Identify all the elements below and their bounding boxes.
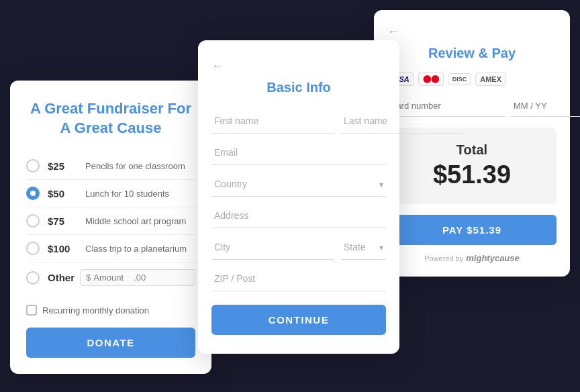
- state-select-wrap: State ▾: [341, 235, 386, 260]
- amex-icon: AMEX: [475, 72, 506, 86]
- powered-by-text: Powered by: [424, 254, 463, 262]
- option-100[interactable]: $100 Class trip to a planetarium: [26, 235, 195, 262]
- address-input[interactable]: [211, 203, 386, 228]
- first-name-input[interactable]: [211, 109, 334, 134]
- recurring-checkbox[interactable]: [26, 305, 37, 315]
- expiry-input[interactable]: [511, 95, 580, 117]
- desc-100: Class trip to a planetarium: [85, 244, 187, 254]
- basic-info-card: ← Basic Info Country ▾ State ▾ CONTINUE: [198, 40, 399, 354]
- back-arrow-basic[interactable]: ←: [211, 59, 386, 73]
- country-row: Country ▾: [211, 172, 386, 197]
- name-row: [211, 109, 386, 134]
- option-25[interactable]: $25 Pencils for one classroom: [26, 152, 195, 180]
- amount-75: $75: [48, 215, 80, 227]
- review-pay-card: ← Review & Pay VISA ⬤⬤ DISC AMEX Total $…: [374, 10, 570, 277]
- total-section: Total $51.39: [387, 128, 557, 204]
- option-75[interactable]: $75 Middle school art program: [26, 207, 195, 235]
- radio-75[interactable]: [26, 214, 40, 228]
- amount-50: $50: [48, 188, 80, 199]
- city-state-row: State ▾: [211, 235, 386, 260]
- state-select[interactable]: State: [341, 235, 386, 260]
- amount-100: $100: [48, 243, 80, 254]
- desc-25: Pencils for one classroom: [85, 161, 185, 171]
- recurring-label: Recurring monthly donation: [42, 305, 149, 315]
- country-select-wrap: Country ▾: [211, 172, 386, 197]
- radio-50[interactable]: [26, 187, 40, 200]
- back-arrow-review[interactable]: ←: [387, 25, 557, 39]
- email-input[interactable]: [211, 140, 386, 165]
- donate-button[interactable]: DONATE: [26, 328, 195, 358]
- fundraiser-card: A Great Fundraiser For A Great Cause $25…: [10, 81, 211, 374]
- amount-input[interactable]: [93, 273, 134, 283]
- option-other[interactable]: Other $ .00: [26, 262, 195, 293]
- continue-button[interactable]: CONTINUE: [211, 305, 386, 335]
- radio-25[interactable]: [26, 159, 40, 173]
- desc-75: Middle school art program: [85, 216, 186, 226]
- last-name-input[interactable]: [341, 109, 464, 134]
- radio-100[interactable]: [26, 242, 40, 255]
- fundraiser-title: A Great Fundraiser For A Great Cause: [26, 99, 195, 138]
- other-label: Other: [48, 272, 80, 283]
- option-50[interactable]: $50 Lunch for 10 students: [26, 180, 195, 207]
- total-amount: $51.39: [433, 160, 511, 189]
- country-select[interactable]: Country: [211, 172, 386, 197]
- recurring-row: Recurring monthly donation: [26, 305, 195, 315]
- amount-input-wrap: $ .00: [80, 269, 195, 286]
- desc-50: Lunch for 10 students: [85, 189, 169, 199]
- basic-info-title: Basic Info: [211, 80, 386, 95]
- amount-25: $25: [48, 160, 80, 172]
- mightycause-logo: mightycause: [466, 253, 519, 263]
- dollar-sign: $: [86, 273, 91, 283]
- discover-icon: DISC: [448, 73, 472, 85]
- card-icons-row: VISA ⬤⬤ DISC AMEX: [387, 72, 557, 86]
- city-input[interactable]: [211, 235, 334, 260]
- total-label: Total: [401, 142, 543, 158]
- powered-by: Powered by mightycause: [387, 253, 557, 263]
- radio-other[interactable]: [26, 271, 40, 285]
- donation-options: $25 Pencils for one classroom $50 Lunch …: [26, 152, 195, 293]
- pay-button[interactable]: PAY $51.39: [387, 215, 557, 245]
- amount-cents: .00: [134, 273, 146, 283]
- zip-input[interactable]: [211, 266, 386, 291]
- mastercard-icon: ⬤⬤: [418, 72, 444, 86]
- review-pay-title: Review & Pay: [387, 46, 557, 61]
